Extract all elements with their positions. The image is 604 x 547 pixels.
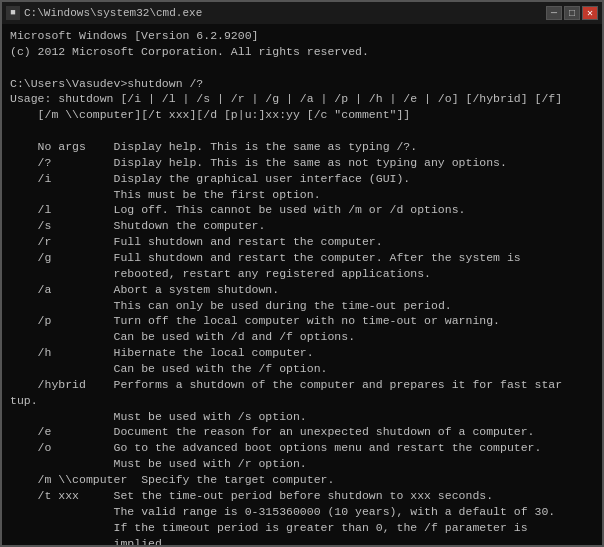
close-button[interactable]: ✕	[582, 6, 598, 20]
window-title: C:\Windows\system32\cmd.exe	[24, 7, 202, 19]
title-bar-left: ■ C:\Windows\system32\cmd.exe	[6, 6, 202, 20]
maximize-button[interactable]: □	[564, 6, 580, 20]
minimize-button[interactable]: ─	[546, 6, 562, 20]
cmd-icon: ■	[6, 6, 20, 20]
title-bar: ■ C:\Windows\system32\cmd.exe ─ □ ✕	[2, 2, 602, 24]
cmd-window: ■ C:\Windows\system32\cmd.exe ─ □ ✕ Micr…	[0, 0, 604, 547]
terminal-output: Microsoft Windows [Version 6.2.9200] (c)…	[2, 24, 602, 545]
window-controls: ─ □ ✕	[546, 6, 598, 20]
